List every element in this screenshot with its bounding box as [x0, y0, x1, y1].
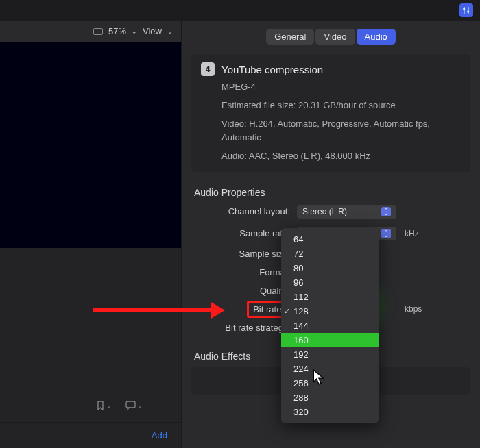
updown-icon: [381, 207, 391, 216]
left-toolbar: ⌄ ⌄: [0, 388, 181, 422]
bit-rate-dropdown[interactable]: 64728096112128144160192224256288320: [281, 228, 379, 423]
tab-video[interactable]: Video: [315, 29, 355, 45]
preset-summary: 4 YouTube compression MPEG-4 Estimated f…: [191, 54, 470, 172]
annotation-arrow: [93, 308, 213, 312]
preview-canvas: [0, 42, 181, 248]
audio-properties-title: Audio Properties: [194, 187, 468, 198]
bitrate-option-96[interactable]: 96: [281, 275, 379, 290]
left-pane: 57% ⌄ View ⌄ ⌄ ⌄ Add: [0, 21, 182, 448]
comment-button[interactable]: ⌄: [125, 401, 143, 410]
preview-controls: 57% ⌄ View ⌄: [0, 21, 181, 42]
preset-estimated: Estimated file size: 20.31 GB/hour of so…: [221, 99, 461, 113]
channel-layout-select[interactable]: Stereo (L R): [297, 205, 396, 219]
bitrate-option-64[interactable]: 64: [281, 232, 379, 247]
svg-point-2: [463, 8, 465, 10]
inspector-tabs: General Video Audio: [182, 21, 480, 50]
preset-number-badge: 4: [201, 62, 215, 76]
tab-audio[interactable]: Audio: [357, 29, 396, 45]
zoom-readout: 57%: [108, 26, 126, 36]
channel-layout-value: Stereo (L R): [302, 207, 347, 216]
svg-rect-4: [126, 401, 135, 408]
adjust-icon[interactable]: [459, 3, 473, 17]
tab-general[interactable]: General: [266, 29, 314, 45]
chevron-down-icon[interactable]: ⌄: [167, 28, 173, 35]
bitrate-option-224[interactable]: 224: [281, 362, 379, 376]
bitrate-option-192[interactable]: 192: [281, 347, 379, 362]
sample-rate-unit: kHz: [405, 229, 419, 238]
main-layout: 57% ⌄ View ⌄ ⌄ ⌄ Add General Video Audio: [0, 21, 480, 448]
svg-point-3: [467, 10, 469, 12]
left-empty: [0, 248, 181, 388]
bitrate-option-80[interactable]: 80: [281, 261, 379, 275]
preset-container: MPEG-4: [221, 80, 461, 95]
bitrate-option-160[interactable]: 160: [281, 333, 379, 347]
preset-video: Video: H.264, Automatic, Progressive, Au…: [221, 117, 461, 146]
channel-layout-label: Channel layout:: [194, 206, 297, 216]
preset-title: YouTube compression: [221, 64, 323, 75]
bit-rate-unit: kbps: [405, 304, 422, 314]
left-footer: Add: [0, 422, 181, 448]
bitrate-option-288[interactable]: 288: [281, 390, 379, 405]
bitrate-option-144[interactable]: 144: [281, 319, 379, 333]
title-bar: [0, 0, 480, 21]
add-button[interactable]: Add: [152, 430, 167, 440]
fit-icon[interactable]: [93, 28, 103, 35]
bitrate-option-256[interactable]: 256: [281, 376, 379, 390]
bitrate-option-128[interactable]: 128: [281, 304, 379, 319]
updown-icon: [381, 229, 391, 238]
bitrate-option-112[interactable]: 112: [281, 290, 379, 304]
bitrate-option-320[interactable]: 320: [281, 405, 379, 419]
preset-audio: Audio: AAC, Stereo (L R), 48.000 kHz: [221, 149, 461, 164]
chevron-down-icon[interactable]: ⌄: [132, 28, 137, 35]
bitrate-option-72[interactable]: 72: [281, 247, 379, 261]
view-menu[interactable]: View: [143, 26, 162, 36]
row-channel-layout: Channel layout: Stereo (L R): [182, 201, 480, 223]
bookmark-button[interactable]: ⌄: [96, 401, 112, 410]
